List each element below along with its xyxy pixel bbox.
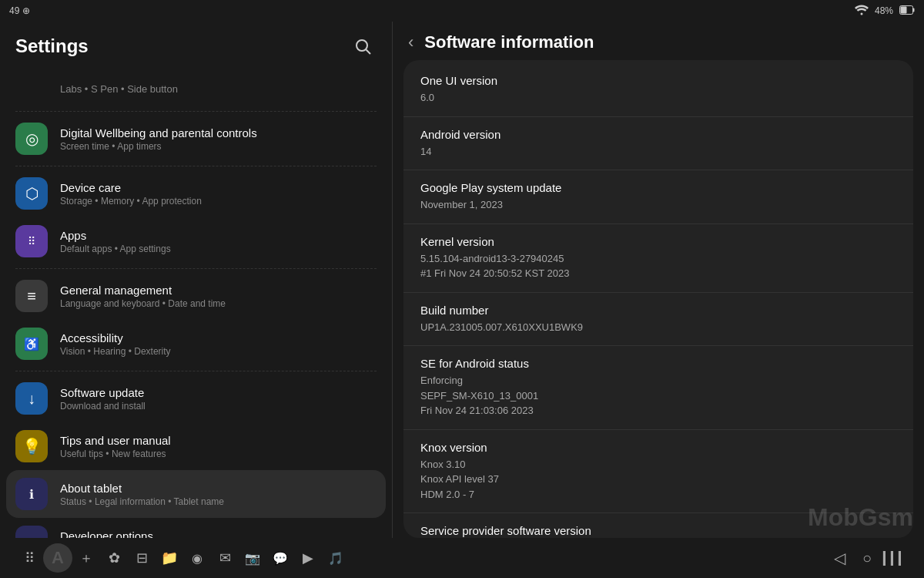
about-tablet-text: About tablet Status • Legal information … — [60, 482, 377, 507]
nav-folder-icon[interactable]: 📁 — [156, 544, 183, 572]
settings-header: Settings — [0, 22, 392, 68]
nav-a-icon[interactable]: A — [43, 543, 72, 573]
main-layout: Settings Labs • S Pen • Side button ◎ Di… — [0, 22, 924, 538]
right-title: Software information — [424, 32, 594, 52]
tips-icon: 💡 — [15, 430, 48, 462]
info-item-service-provider: Service provider software version SAOMC_… — [403, 513, 913, 538]
about-tablet-title: About tablet — [60, 482, 377, 495]
device-care-subtitle: Storage • Memory • App protection — [60, 196, 377, 207]
svg-line-5 — [367, 50, 371, 55]
general-mgmt-text: General management Language and keyboard… — [60, 284, 377, 309]
apps-icon: ⠿ — [15, 225, 48, 257]
status-bar: 49 ⊕ 48% — [0, 0, 924, 22]
developer-options-icon: { } — [15, 526, 48, 538]
battery-text: 48% — [875, 5, 893, 16]
info-item-google-play: Google Play system update November 1, 20… — [403, 170, 913, 224]
apps-title: Apps — [60, 229, 377, 242]
device-care-icon: ⬡ — [15, 177, 48, 210]
status-icons: 49 ⊕ — [9, 5, 30, 16]
android-value: 14 — [420, 144, 896, 160]
software-update-icon: ↓ — [15, 382, 48, 415]
device-care-text: Device care Storage • Memory • App prote… — [60, 181, 377, 207]
build-label: Build number — [420, 304, 896, 317]
info-item-knox: Knox version Knox 3.10 Knox API level 37… — [403, 430, 913, 514]
settings-item-software-update[interactable]: ↓ Software update Download and install — [6, 375, 386, 422]
about-tablet-subtitle: Status • Legal information • Tablet name — [60, 496, 377, 507]
nav-youtube-icon[interactable]: ▶ — [294, 544, 322, 572]
se-android-label: SE for Android status — [420, 357, 896, 370]
settings-title: Settings — [15, 35, 89, 57]
nav-card-icon[interactable]: ⊟ — [128, 544, 156, 572]
top-partial-item: Labs • S Pen • Side button — [6, 68, 386, 108]
tips-title: Tips and user manual — [60, 434, 377, 447]
nav-camera-icon[interactable]: 📷 — [239, 544, 266, 572]
nav-plus-icon[interactable]: ＋ — [72, 544, 100, 572]
apps-subtitle: Default apps • App settings — [60, 244, 377, 254]
digital-wellbeing-subtitle: Screen time • App timers — [60, 141, 377, 152]
svg-point-4 — [357, 40, 367, 51]
nav-flower-icon[interactable]: ✿ — [100, 544, 128, 572]
device-care-title: Device care — [60, 181, 377, 194]
settings-item-digital-wellbeing[interactable]: ◎ Digital Wellbeing and parental control… — [6, 115, 386, 163]
google-play-label: Google Play system update — [420, 181, 896, 194]
info-list: One UI version 6.0 Android version 14 Go… — [403, 60, 913, 538]
nav-back-button[interactable]: ◁ — [825, 544, 853, 572]
digital-wellbeing-text: Digital Wellbeing and parental controls … — [60, 126, 377, 152]
settings-item-about-tablet[interactable]: ℹ About tablet Status • Legal informatio… — [6, 470, 386, 518]
nav-home-button[interactable]: ○ — [853, 544, 881, 572]
nav-spotify-icon[interactable]: 🎵 — [322, 544, 350, 572]
divider-1 — [15, 111, 377, 112]
software-update-text: Software update Download and install — [60, 386, 377, 412]
settings-item-device-care[interactable]: ⬡ Device care Storage • Memory • App pro… — [6, 170, 386, 217]
info-item-kernel: Kernel version 5.15.104-android13-3-2794… — [403, 224, 913, 293]
battery-icon — [899, 5, 915, 17]
accessibility-text: Accessibility Vision • Hearing • Dexteri… — [60, 331, 377, 357]
right-header: ‹ Software information — [393, 22, 924, 60]
status-right: 48% — [855, 5, 915, 18]
settings-item-general-mgmt[interactable]: ≡ General management Language and keyboa… — [6, 272, 386, 320]
one-ui-label: One UI version — [420, 74, 896, 87]
knox-value: Knox 3.10 Knox API level 37 HDM 2.0 - 7 — [420, 457, 896, 502]
svg-rect-2 — [913, 8, 915, 12]
kernel-label: Kernel version — [420, 235, 896, 248]
nav-recents-button[interactable]: ▎▎▎ — [881, 544, 909, 572]
tips-subtitle: Useful tips • New features — [60, 449, 377, 459]
wifi-icon — [855, 5, 869, 18]
digital-wellbeing-icon: ◎ — [15, 123, 48, 155]
se-android-value: Enforcing SEPF_SM-X610_13_0001 Fri Nov 2… — [420, 373, 896, 418]
top-partial-subtitle: Labs • S Pen • Side button — [60, 83, 178, 95]
settings-item-accessibility[interactable]: ♿ Accessibility Vision • Hearing • Dexte… — [6, 320, 386, 368]
nav-grid-icon[interactable]: ⠿ — [15, 544, 43, 572]
info-item-android: Android version 14 — [403, 117, 913, 171]
settings-item-developer-options[interactable]: { } Developer options Developer options — [6, 518, 386, 538]
build-value: UP1A.231005.007.X610XXU1BWK9 — [420, 320, 896, 335]
general-mgmt-icon: ≡ — [15, 280, 48, 312]
svg-point-0 — [860, 12, 862, 15]
status-left: 49 ⊕ — [9, 5, 30, 16]
search-button[interactable] — [349, 32, 377, 60]
android-label: Android version — [420, 128, 896, 141]
settings-list: Labs • S Pen • Side button ◎ Digital Wel… — [0, 68, 392, 538]
one-ui-value: 6.0 — [420, 90, 896, 106]
google-play-value: November 1, 2023 — [420, 197, 896, 213]
divider-3 — [15, 268, 377, 269]
info-item-se-android: SE for Android status Enforcing SEPF_SM-… — [403, 346, 913, 430]
info-item-one-ui: One UI version 6.0 — [403, 63, 913, 117]
about-tablet-icon: ℹ — [15, 478, 48, 510]
digital-wellbeing-title: Digital Wellbeing and parental controls — [60, 126, 377, 139]
settings-panel: Settings Labs • S Pen • Side button ◎ Di… — [0, 22, 393, 538]
general-mgmt-title: General management — [60, 284, 377, 297]
settings-item-apps[interactable]: ⠿ Apps Default apps • App settings — [6, 217, 386, 265]
developer-options-text: Developer options Developer options — [60, 529, 377, 539]
general-mgmt-subtitle: Language and keyboard • Date and time — [60, 298, 377, 309]
settings-item-tips[interactable]: 💡 Tips and user manual Useful tips • New… — [6, 422, 386, 470]
nav-whatsapp-icon[interactable]: 💬 — [266, 544, 294, 572]
kernel-value: 5.15.104-android13-3-27940245 #1 Fri Nov… — [420, 251, 896, 281]
info-item-build: Build number UP1A.231005.007.X610XXU1BWK… — [403, 293, 913, 347]
back-button[interactable]: ‹ — [408, 34, 413, 51]
nav-edge-icon[interactable]: ◉ — [183, 544, 211, 572]
divider-2 — [15, 166, 377, 166]
nav-mail-icon[interactable]: ✉ — [211, 544, 239, 572]
accessibility-icon: ♿ — [15, 328, 48, 360]
apps-text: Apps Default apps • App settings — [60, 229, 377, 254]
